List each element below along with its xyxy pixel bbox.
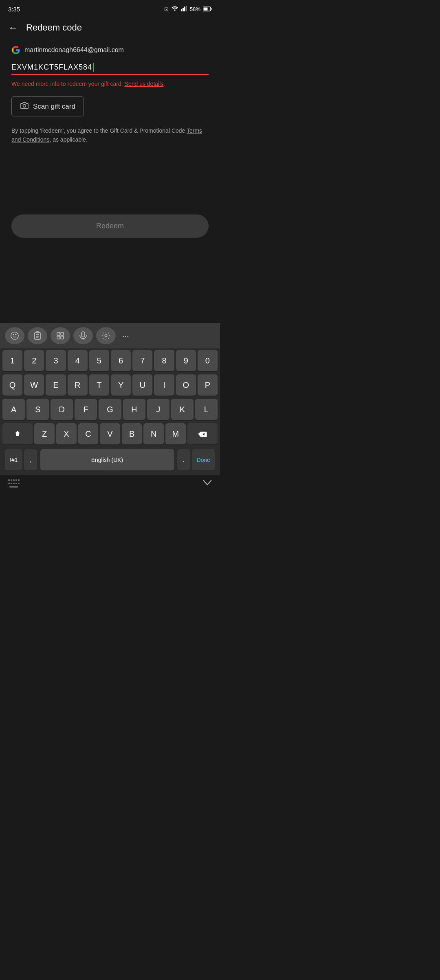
keyboard-zxcv-row: Z X C V B N M (0, 422, 220, 446)
keyboard: ··· 1 2 3 4 5 6 7 8 9 0 Q W E R T Y U I … (0, 323, 220, 475)
symbols-key[interactable]: !#1 (5, 449, 22, 470)
more-options-button[interactable]: ··· (119, 328, 132, 344)
svg-rect-23 (8, 479, 10, 481)
key-o[interactable]: O (176, 374, 196, 396)
signal-icon (181, 6, 187, 13)
key-4[interactable]: 4 (68, 350, 88, 371)
svg-rect-0 (181, 9, 182, 11)
key-0[interactable]: 0 (198, 350, 218, 371)
svg-rect-18 (61, 336, 64, 339)
header: ← Redeem code (0, 16, 220, 39)
keyboard-toolbar: ··· (0, 323, 220, 348)
done-key[interactable]: Done (192, 449, 215, 470)
key-z[interactable]: Z (34, 423, 55, 444)
svg-rect-31 (15, 483, 17, 484)
key-v[interactable]: V (100, 423, 120, 444)
text-cursor (93, 63, 94, 72)
key-1[interactable]: 1 (2, 350, 22, 371)
keyboard-asdf-row: A S D F G H J K L (0, 397, 220, 422)
key-n[interactable]: N (143, 423, 164, 444)
google-logo (11, 46, 20, 55)
battery-percent: 58% (190, 6, 200, 12)
key-m[interactable]: M (165, 423, 186, 444)
key-j[interactable]: J (147, 399, 169, 420)
period-key[interactable]: . (177, 449, 190, 470)
scan-label: Scan gift card (33, 103, 75, 111)
key-a[interactable]: A (2, 399, 25, 420)
key-y[interactable]: Y (111, 374, 131, 396)
svg-rect-6 (204, 8, 208, 11)
key-7[interactable]: 7 (132, 350, 152, 371)
key-i[interactable]: I (154, 374, 174, 396)
key-6[interactable]: 6 (111, 350, 131, 371)
comma-key[interactable]: , (24, 449, 37, 470)
svg-rect-30 (13, 483, 15, 484)
svg-rect-1 (183, 8, 184, 11)
svg-rect-32 (18, 483, 20, 484)
status-time: 3:35 (8, 6, 20, 13)
scan-gift-card-button[interactable]: Scan gift card (11, 96, 84, 116)
status-icons: ⊡ 58% (164, 6, 212, 13)
key-h[interactable]: H (123, 399, 145, 420)
emoji-button[interactable] (5, 327, 24, 344)
key-u[interactable]: U (132, 374, 152, 396)
svg-rect-33 (9, 486, 18, 488)
shift-key[interactable] (2, 423, 33, 444)
svg-rect-17 (57, 336, 60, 339)
key-8[interactable]: 8 (154, 350, 174, 371)
key-9[interactable]: 9 (176, 350, 196, 371)
spacebar[interactable]: English (UK) (40, 449, 174, 470)
svg-point-22 (105, 335, 107, 337)
key-t[interactable]: T (89, 374, 109, 396)
key-e[interactable]: E (46, 374, 66, 396)
microphone-button[interactable] (73, 327, 93, 344)
bottom-nav (0, 475, 220, 490)
key-k[interactable]: K (171, 399, 194, 420)
svg-rect-19 (81, 332, 85, 337)
svg-rect-28 (8, 483, 10, 484)
keyboard-icon (8, 479, 20, 488)
key-f[interactable]: F (75, 399, 97, 420)
terms-text: By tapping 'Redeem', you agree to the Gi… (11, 126, 209, 144)
svg-point-9 (13, 334, 14, 335)
clipboard-button[interactable] (28, 327, 47, 344)
settings-button[interactable] (96, 327, 116, 344)
key-x[interactable]: X (56, 423, 77, 444)
key-r[interactable]: R (68, 374, 88, 396)
send-details-link[interactable]: Send us details (125, 81, 164, 87)
svg-rect-26 (15, 479, 17, 481)
terms-prefix: By tapping 'Redeem', you agree to the Gi… (11, 127, 187, 134)
terms-suffix: , as applicable. (49, 136, 87, 143)
key-s[interactable]: S (26, 399, 49, 420)
svg-rect-5 (211, 8, 212, 10)
hide-keyboard-button[interactable] (203, 479, 212, 488)
key-g[interactable]: G (99, 399, 121, 420)
keyboard-number-row: 1 2 3 4 5 6 7 8 9 0 (0, 348, 220, 373)
key-5[interactable]: 5 (89, 350, 109, 371)
key-q[interactable]: Q (2, 374, 22, 396)
back-button[interactable]: ← (7, 20, 20, 35)
key-3[interactable]: 3 (46, 350, 66, 371)
error-message: We need more info to redeem your gift ca… (11, 80, 209, 88)
battery-level-icon (203, 7, 212, 11)
svg-rect-2 (184, 7, 185, 11)
code-input-container[interactable]: EXVM1KCT5FLAX584 (11, 63, 209, 75)
backspace-key[interactable] (187, 423, 218, 444)
svg-rect-24 (11, 479, 12, 481)
key-p[interactable]: P (198, 374, 218, 396)
redeem-button[interactable]: Redeem (11, 214, 209, 238)
svg-rect-15 (57, 332, 60, 335)
key-b[interactable]: B (122, 423, 142, 444)
svg-rect-27 (18, 479, 20, 481)
grid-button[interactable] (51, 327, 70, 344)
account-row: martinmcdonagh6644@gmail.com (11, 46, 209, 55)
wifi-icon (171, 6, 178, 13)
key-l[interactable]: L (195, 399, 218, 420)
battery-icon: ⊡ (164, 6, 169, 12)
svg-point-8 (11, 332, 18, 339)
key-d[interactable]: D (51, 399, 73, 420)
key-2[interactable]: 2 (24, 350, 44, 371)
redeem-label: Redeem (96, 222, 124, 230)
key-w[interactable]: W (24, 374, 44, 396)
key-c[interactable]: C (78, 423, 99, 444)
